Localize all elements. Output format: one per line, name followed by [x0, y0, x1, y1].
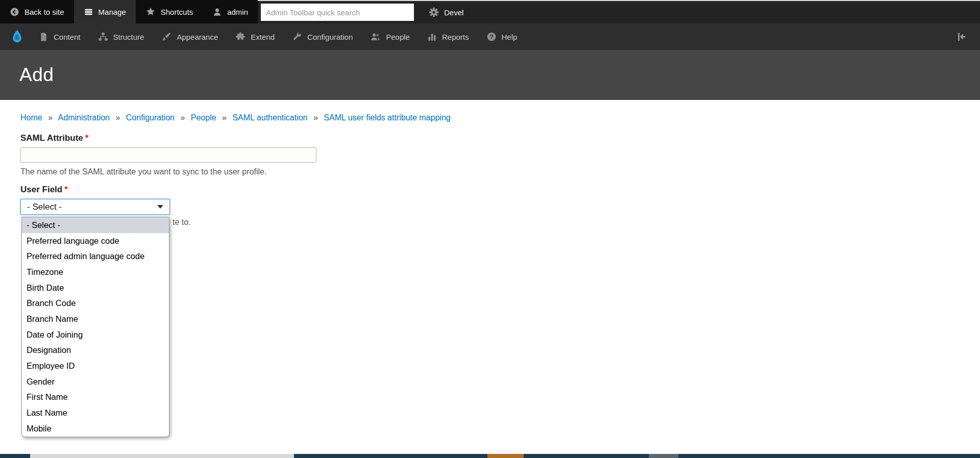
user-field-option[interactable]: Designation	[22, 343, 169, 359]
breadcrumb-link[interactable]: People	[191, 113, 216, 122]
user-field-option[interactable]: Birth Date	[22, 280, 169, 296]
admin-toolbar-search-input[interactable]	[261, 4, 414, 21]
user-field-selected-value: - Select -	[27, 202, 62, 212]
menu-item-reports[interactable]: Reports	[419, 23, 478, 50]
wrench-icon	[292, 32, 302, 42]
admin-user-button[interactable]: admin	[203, 0, 258, 23]
breadcrumb-link[interactable]: Configuration	[126, 113, 175, 122]
breadcrumb-separator: »	[222, 113, 227, 122]
star-icon	[145, 7, 156, 17]
bottom-bar-segment	[487, 454, 524, 458]
page-header: Add	[0, 50, 980, 100]
drupal-logo-icon	[10, 29, 24, 44]
breadcrumb-link[interactable]: Home	[20, 113, 42, 122]
required-asterisk: *	[85, 133, 89, 143]
saml-attribute-input[interactable]	[20, 147, 316, 163]
user-field-option[interactable]: Gender	[22, 374, 169, 390]
saml-attribute-label: SAML Attribute*	[20, 133, 960, 143]
user-field-dropdown: - Select - Preferred language code Prefe…	[21, 217, 169, 437]
user-field-option[interactable]: Date of Joining	[22, 327, 169, 343]
admin-user-label: admin	[227, 8, 248, 16]
user-field-label: User Field*	[20, 185, 960, 195]
bottom-bar-segment	[678, 454, 980, 458]
bar-chart-icon	[427, 32, 437, 42]
admin-toolbar: Back to site Manage Shortcuts admin	[0, 0, 980, 23]
devel-label: Devel	[444, 8, 463, 17]
breadcrumb-link[interactable]: Administration	[58, 113, 110, 122]
chevron-down-icon	[157, 205, 163, 209]
menu-item-people[interactable]: People	[361, 23, 419, 50]
people-icon	[370, 32, 381, 42]
menu-item-help[interactable]: ? Help	[478, 23, 526, 50]
user-field-option[interactable]: Preferred admin language code	[22, 248, 169, 264]
menu-item-help-label: Help	[502, 33, 518, 41]
breadcrumb-separator: »	[313, 113, 318, 122]
menu-item-content[interactable]: Content	[30, 23, 89, 50]
menu-item-reports-label: Reports	[442, 33, 469, 41]
user-field-option[interactable]: Employee ID	[22, 358, 169, 374]
devel-button[interactable]: Devel	[419, 7, 473, 17]
devel-bottom-bar	[0, 454, 980, 458]
user-field-option[interactable]: Mobile	[22, 421, 169, 437]
menu-item-people-label: People	[386, 33, 410, 41]
user-field-select[interactable]: - Select -	[20, 199, 170, 215]
manage-label: Manage	[99, 8, 126, 16]
menu-item-content-label: Content	[54, 33, 81, 41]
user-field-option[interactable]: Branch Name	[22, 311, 169, 327]
user-field-option[interactable]: Branch Code	[22, 295, 169, 311]
menu-item-appearance-label: Appearance	[177, 33, 218, 41]
saml-attribute-description: The name of the SAML attribute you want …	[20, 167, 960, 176]
page-title: Add	[19, 64, 54, 86]
paintbrush-icon	[161, 32, 172, 42]
collapse-left-icon	[955, 31, 967, 42]
help-icon: ?	[486, 32, 497, 42]
back-to-site-label: Back to site	[24, 8, 64, 16]
hamburger-menu-icon	[84, 7, 93, 17]
menu-item-structure[interactable]: Structure	[89, 23, 153, 50]
breadcrumb-separator: »	[180, 113, 185, 122]
menu-item-appearance[interactable]: Appearance	[153, 23, 227, 50]
user-field-option[interactable]: First Name	[22, 390, 169, 405]
bottom-bar-segment	[294, 454, 487, 458]
menu-item-configuration[interactable]: Configuration	[283, 23, 361, 50]
admin-toolbar-right: Devel	[258, 0, 980, 23]
breadcrumb-separator: »	[115, 113, 120, 122]
gear-icon	[429, 7, 439, 17]
menu-item-configuration-label: Configuration	[307, 33, 353, 41]
sitemap-icon	[98, 32, 108, 42]
shortcuts-label: Shortcuts	[161, 8, 193, 16]
breadcrumb-link[interactable]: SAML authentication	[232, 113, 307, 122]
user-field-select-wrap: - Select - - Select - Preferred language…	[20, 199, 170, 215]
svg-text:?: ?	[489, 33, 493, 40]
collapse-toolbar-button[interactable]	[947, 31, 975, 42]
user-icon	[212, 7, 222, 17]
breadcrumb-link[interactable]: SAML user fields attribute mapping	[324, 113, 450, 122]
menu-item-structure-label: Structure	[113, 33, 144, 41]
admin-menu-tray: Content Structure Appearance Extend Conf…	[0, 23, 980, 50]
bottom-bar-segment	[649, 454, 678, 458]
breadcrumb-separator: »	[48, 113, 53, 122]
bottom-bar-segment	[524, 454, 649, 458]
shortcuts-button[interactable]: Shortcuts	[136, 0, 203, 23]
bottom-bar-segment	[0, 454, 30, 458]
user-field-option[interactable]: - Select -	[22, 217, 169, 233]
user-field-option[interactable]: Last Name	[22, 405, 169, 421]
main-content: Home » Administration » Configuration » …	[0, 100, 980, 227]
user-field-option[interactable]: Preferred language code	[22, 233, 169, 249]
required-asterisk: *	[64, 185, 68, 194]
document-icon	[39, 32, 48, 42]
admin-toolbar-left: Back to site Manage Shortcuts admin	[0, 0, 258, 23]
back-arrow-icon	[10, 7, 19, 17]
bottom-bar-segment	[30, 454, 294, 458]
menu-item-extend-label: Extend	[251, 33, 275, 41]
manage-button[interactable]: Manage	[74, 0, 136, 23]
breadcrumb: Home » Administration » Configuration » …	[20, 113, 960, 122]
puzzle-icon	[235, 32, 246, 42]
menu-item-extend[interactable]: Extend	[227, 23, 283, 50]
user-field-option[interactable]: Timezone	[22, 264, 169, 280]
back-to-site-button[interactable]: Back to site	[0, 0, 74, 23]
